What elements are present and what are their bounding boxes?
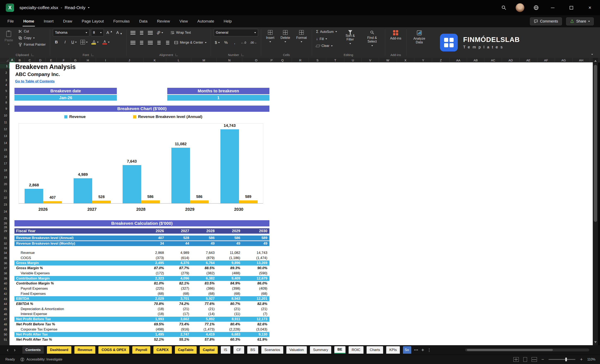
- row-header-10[interactable]: 10: [0, 113, 8, 118]
- number-format-select[interactable]: General: [214, 29, 258, 36]
- insert-cells-button[interactable]: Insert: [264, 29, 276, 44]
- menu-tab-automate[interactable]: Automate: [194, 15, 218, 27]
- close-button[interactable]: ×: [585, 3, 595, 12]
- row-header-25[interactable]: 25: [0, 216, 8, 221]
- decrease-decimal-button[interactable]: .00→: [249, 39, 258, 46]
- column-header-AG[interactable]: AG: [555, 58, 572, 62]
- accessibility-status[interactable]: Accessibility: Investigate: [20, 357, 62, 362]
- page-break-view-button[interactable]: [532, 357, 537, 362]
- column-header-V[interactable]: V: [362, 58, 379, 62]
- row-header-19[interactable]: 19: [0, 175, 8, 180]
- copy-button[interactable]: Copy: [17, 36, 47, 40]
- column-header-AH[interactable]: AH: [572, 58, 590, 62]
- increase-indent-button[interactable]: [164, 39, 171, 46]
- row-header-24[interactable]: 24: [0, 209, 8, 214]
- column-header-AF[interactable]: AF: [537, 58, 555, 62]
- sheet-tab-kpis[interactable]: KPIs: [386, 346, 400, 354]
- normal-view-button[interactable]: [513, 357, 519, 362]
- row-header-39[interactable]: 39: [0, 276, 8, 281]
- column-header-A[interactable]: A: [9, 58, 15, 62]
- clear-button[interactable]: Clear: [315, 43, 338, 48]
- row-header-17[interactable]: 17: [0, 161, 8, 166]
- row-header-16[interactable]: 16: [0, 154, 8, 159]
- align-top-button[interactable]: [130, 29, 136, 36]
- delete-cells-button[interactable]: Delete: [279, 29, 292, 44]
- font-name-select[interactable]: Tahoma: [53, 29, 89, 36]
- row-header-37[interactable]: 37: [0, 266, 8, 270]
- horizontal-scrollbar[interactable]: [465, 348, 589, 351]
- paste-button[interactable]: Paste: [2, 29, 15, 47]
- sheet-tab-is[interactable]: IS: [221, 346, 230, 354]
- row-header-29[interactable]: 29: [0, 229, 8, 233]
- column-header-J[interactable]: J: [115, 58, 143, 62]
- sheet-tab-be[interactable]: BE: [334, 346, 346, 354]
- row-header-11[interactable]: 11: [0, 120, 8, 125]
- column-header-AC[interactable]: AC: [484, 58, 502, 62]
- row-header-15[interactable]: 15: [0, 147, 8, 152]
- row-header-7[interactable]: 7: [0, 95, 8, 100]
- menu-tab-formulas[interactable]: Formulas: [110, 15, 133, 27]
- user-avatar[interactable]: [516, 3, 524, 12]
- increase-font-button[interactable]: A▲: [105, 29, 114, 36]
- table-of-contents-link[interactable]: Go to Table of Contents: [15, 79, 55, 83]
- column-header-G[interactable]: G: [71, 58, 80, 62]
- column-header-R[interactable]: R: [292, 58, 309, 62]
- find-select-button[interactable]: Find & Select: [362, 29, 382, 48]
- column-header-I[interactable]: I: [96, 58, 115, 62]
- zoom-out-button[interactable]: −: [542, 357, 544, 362]
- column-header-AD[interactable]: AD: [502, 58, 520, 62]
- column-header-O[interactable]: O: [242, 58, 270, 62]
- column-header-E[interactable]: E: [46, 58, 57, 62]
- menu-tab-home[interactable]: Home: [20, 15, 38, 27]
- column-header-Z[interactable]: Z: [432, 58, 450, 62]
- more-sheets-button[interactable]: •••: [414, 348, 419, 352]
- align-center-button[interactable]: [138, 39, 145, 46]
- menu-tab-view[interactable]: View: [176, 15, 192, 27]
- row-header-50[interactable]: 50: [0, 332, 8, 337]
- vertical-scrollbar-thumb[interactable]: [594, 65, 597, 222]
- wrap-text-button[interactable]: Wrap Text: [169, 30, 192, 35]
- menu-tab-help[interactable]: Help: [220, 15, 235, 27]
- row-header-1[interactable]: 1: [0, 64, 9, 68]
- font-dialog-launcher-icon[interactable]: [91, 54, 94, 56]
- column-header-T[interactable]: T: [326, 58, 345, 62]
- bold-button[interactable]: B: [53, 38, 60, 46]
- column-header-L[interactable]: L: [166, 58, 191, 62]
- column-header-C[interactable]: C: [25, 58, 35, 62]
- row-header-38[interactable]: 38: [0, 271, 8, 276]
- alignment-dialog-launcher-icon[interactable]: [176, 54, 178, 56]
- borders-button[interactable]: [79, 38, 89, 46]
- column-header-F[interactable]: F: [57, 58, 71, 62]
- row-header-42[interactable]: 42: [0, 291, 8, 296]
- add-sheet-button[interactable]: +: [421, 347, 424, 353]
- sheet-canvas[interactable]: Breakeven Analysis ABC Company Inc. Go t…: [9, 62, 593, 345]
- zoom-slider-thumb[interactable]: [565, 358, 567, 361]
- fill-color-button[interactable]: [90, 38, 100, 46]
- align-middle-button[interactable]: [138, 29, 145, 36]
- column-header-B[interactable]: B: [15, 58, 25, 62]
- prev-sheet-button[interactable]: ‹: [4, 347, 11, 353]
- row-header-4[interactable]: 4: [0, 83, 8, 87]
- fill-button[interactable]: ↓Fill: [315, 36, 338, 42]
- page-layout-view-button[interactable]: [523, 357, 527, 362]
- row-header-31[interactable]: 31: [0, 236, 8, 240]
- sort-filter-button[interactable]: Sort & Filter: [340, 29, 360, 48]
- row-header-49[interactable]: 49: [0, 327, 8, 332]
- decrease-indent-button[interactable]: [156, 39, 162, 46]
- column-header-AE[interactable]: AE: [520, 58, 537, 62]
- font-size-select[interactable]: 8: [91, 29, 104, 36]
- row-header-21[interactable]: 21: [0, 189, 8, 193]
- sheet-tab-bs[interactable]: BS: [247, 346, 258, 354]
- column-header-W[interactable]: W: [379, 58, 397, 62]
- maximize-button[interactable]: [566, 3, 576, 12]
- sheet-tab-so[interactable]: So: [403, 346, 411, 354]
- column-header-N[interactable]: N: [217, 58, 242, 62]
- row-header-48[interactable]: 48: [0, 322, 8, 327]
- menu-tab-page-layout[interactable]: Page Layout: [78, 15, 108, 27]
- title-chevron-down-icon[interactable]: [88, 7, 90, 8]
- scroll-down-icon[interactable]: [594, 341, 597, 343]
- decrease-font-button[interactable]: A▼: [115, 29, 123, 36]
- sheet-tab-roic[interactable]: ROIC: [349, 346, 364, 354]
- column-header-U[interactable]: U: [345, 58, 362, 62]
- column-header-D[interactable]: D: [35, 58, 46, 62]
